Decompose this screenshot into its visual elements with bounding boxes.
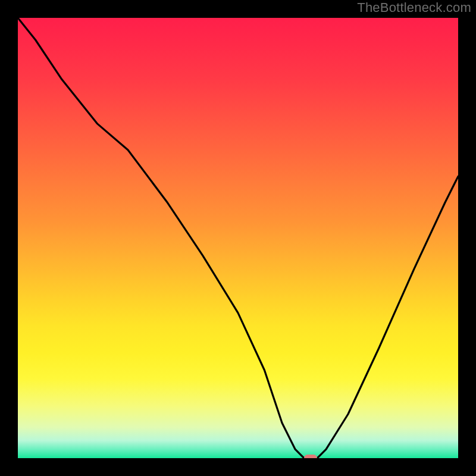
bottleneck-curve-path: [18, 18, 458, 458]
optimal-point-marker: [304, 455, 317, 458]
plot-area: [18, 18, 458, 458]
watermark-text: TheBottleneck.com: [357, 0, 471, 15]
line-series: [18, 18, 458, 458]
